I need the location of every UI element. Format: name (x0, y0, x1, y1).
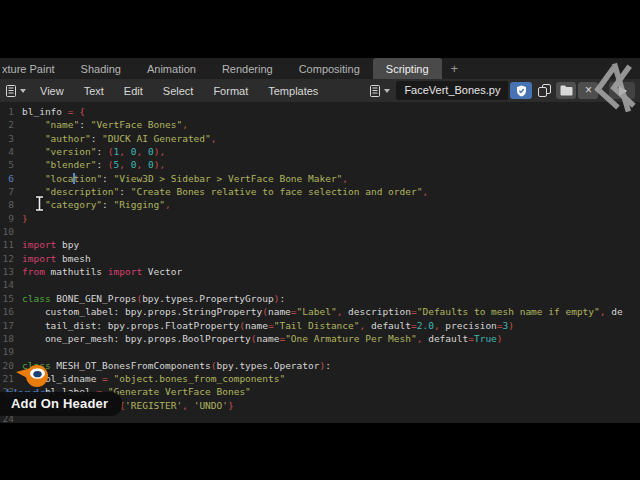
line-number: 1 (0, 105, 22, 118)
line-number: 12 (0, 252, 22, 265)
open-text-button[interactable] (556, 82, 576, 99)
code-line[interactable]: 9} (0, 212, 640, 225)
code-text: import bmesh (22, 252, 91, 265)
code-line[interactable]: 17 tail_dist: bpy.props.FloatProperty(na… (0, 319, 640, 332)
line-number: 9 (0, 212, 22, 225)
code-line[interactable]: 4 "version": (1, 0, 0), (0, 145, 640, 158)
blender-window: xture PaintShadingAnimationRenderingComp… (0, 58, 640, 423)
line-number: 16 (0, 305, 22, 318)
menu-format[interactable]: Format (203, 85, 258, 97)
chevron-down-icon (384, 89, 390, 93)
channel-logo-icon (586, 61, 638, 117)
line-number: 8 (0, 198, 22, 211)
code-line[interactable]: 20class MESH_OT_BonesFromComponents(bpy.… (0, 359, 640, 372)
code-line[interactable]: 3 "author": "DUCK AI Generated", (0, 132, 640, 145)
caption-overlay: Add On Header (0, 392, 122, 416)
code-text: tail_dist: bpy.props.FloatProperty(name=… (22, 319, 514, 332)
code-text: "author": "DUCK AI Generated", (22, 132, 217, 145)
code-line[interactable]: 21 bl_idname = "object.bones_from_compon… (0, 372, 640, 385)
menu-select[interactable]: Select (153, 85, 204, 97)
tab-animation[interactable]: Animation (134, 58, 209, 79)
shield-check-button[interactable] (510, 82, 532, 99)
code-text: from mathutils import Vector (22, 265, 182, 278)
code-line[interactable]: 2 "name": "VertFace Bones", (0, 118, 640, 131)
menu-edit[interactable]: Edit (114, 85, 153, 97)
ibeam-mouse-cursor (35, 196, 44, 211)
new-text-button[interactable] (534, 82, 554, 99)
line-number: 4 (0, 145, 22, 158)
tab-xture-paint[interactable]: xture Paint (0, 58, 68, 79)
code-line[interactable]: 15class BONE_GEN_Props(bpy.types.Propert… (0, 292, 640, 305)
menu-text[interactable]: Text (74, 85, 114, 97)
code-line[interactable]: 10 (0, 225, 640, 238)
line-number: 11 (0, 238, 22, 251)
tab-shading[interactable]: Shading (68, 58, 134, 79)
code-text: class BONE_GEN_Props(bpy.types.PropertyG… (22, 292, 285, 305)
text-editor-type-icon (5, 85, 17, 97)
folder-open-icon (560, 85, 573, 96)
code-line[interactable]: 13from mathutils import Vector (0, 265, 640, 278)
line-number: 19 (0, 345, 22, 358)
add-workspace-button[interactable]: + (442, 58, 468, 79)
datablock-name[interactable]: FaceVert_Bones.py (396, 81, 508, 100)
line-number: 15 (0, 292, 22, 305)
blender-logo-icon (15, 359, 51, 389)
code-line[interactable]: 16 custom_label: bpy.props.StringPropert… (0, 305, 640, 318)
line-number: 3 (0, 132, 22, 145)
code-text: bl_info = { (22, 105, 85, 118)
code-line[interactable]: 14 (0, 278, 640, 291)
code-editor[interactable]: 1bl_info = {2 "name": "VertFace Bones",3… (0, 102, 640, 423)
line-number: 14 (0, 278, 22, 291)
code-line[interactable]: 18 one_per_mesh: bpy.props.BoolProperty(… (0, 332, 640, 345)
line-number: 6 (0, 172, 22, 185)
code-text: class MESH_OT_BonesFromComponents(bpy.ty… (22, 359, 331, 372)
line-number: 18 (0, 332, 22, 345)
code-text: "location": "View3D > Sidebar > VertFace… (22, 172, 348, 185)
line-number: 5 (0, 158, 22, 171)
shield-check-icon (516, 85, 527, 97)
editor-menus: ViewTextEditSelectFormatTemplates (30, 85, 328, 97)
video-frame: xture PaintShadingAnimationRenderingComp… (0, 0, 640, 480)
code-text: "blender": (5, 0, 0), (22, 158, 165, 171)
code-line[interactable]: 11import bpy (0, 238, 640, 251)
code-text: "name": "VertFace Bones", (22, 118, 188, 131)
code-text: custom_label: bpy.props.StringProperty(n… (22, 305, 623, 318)
line-number: 7 (0, 185, 22, 198)
code-line[interactable]: 1bl_info = { (0, 105, 640, 118)
text-datablock-icon (369, 85, 381, 97)
code-text: bl_idname = "object.bones_from_component… (22, 372, 285, 385)
code-text: "version": (1, 0, 0), (22, 145, 165, 158)
line-number: 2 (0, 118, 22, 131)
copy-pages-icon (538, 84, 551, 97)
line-number: 17 (0, 319, 22, 332)
menu-view[interactable]: View (30, 85, 74, 97)
tab-rendering[interactable]: Rendering (209, 58, 286, 79)
code-line[interactable]: 8 "category": "Rigging", (0, 198, 640, 211)
chevron-down-icon (20, 89, 26, 93)
tab-scripting[interactable]: Scripting (373, 58, 442, 79)
code-text: } (22, 212, 28, 225)
line-number: 10 (0, 225, 22, 238)
code-line[interactable]: 19 (0, 345, 640, 358)
text-datablock-menu[interactable] (364, 85, 394, 97)
menu-templates[interactable]: Templates (258, 85, 328, 97)
text-editor-header: ViewTextEditSelectFormatTemplates FaceVe… (0, 79, 640, 102)
code-text: one_per_mesh: bpy.props.BoolProperty(nam… (22, 332, 503, 345)
code-text: import bpy (22, 238, 79, 251)
tab-compositing[interactable]: Compositing (286, 58, 373, 79)
code-text: "description": "Create Bones relative to… (22, 185, 428, 198)
line-number: 13 (0, 265, 22, 278)
code-line[interactable]: 12import bmesh (0, 252, 640, 265)
workspace-tabs: xture PaintShadingAnimationRenderingComp… (0, 58, 640, 79)
code-line[interactable]: 7 "description": "Create Bones relative … (0, 185, 640, 198)
code-line[interactable]: 5 "blender": (5, 0, 0), (0, 158, 640, 171)
code-line[interactable]: 6 "location": "View3D > Sidebar > VertFa… (0, 172, 640, 185)
editor-type-selector[interactable] (0, 85, 30, 97)
code-text: "category": "Rigging", (22, 198, 171, 211)
